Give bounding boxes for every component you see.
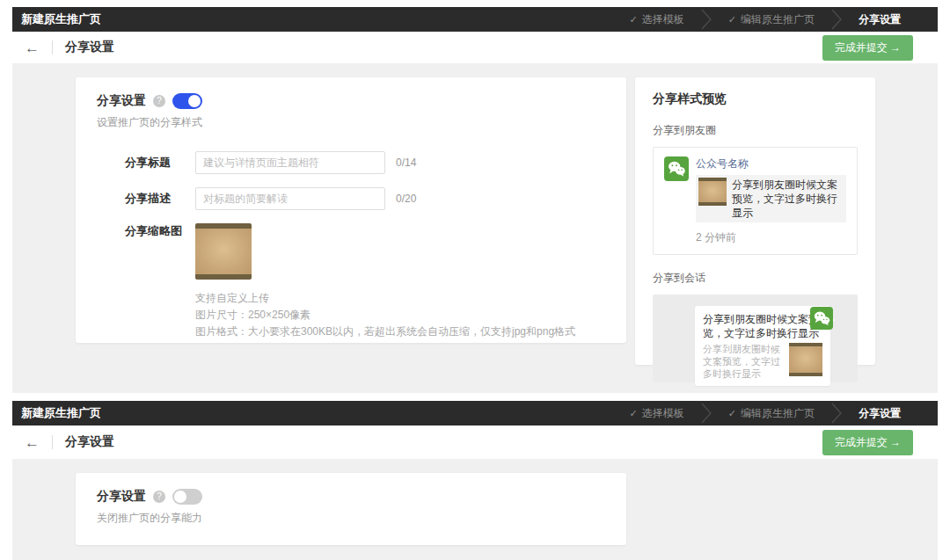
check-icon: ✓ <box>630 14 638 25</box>
upload-hint: 图片尺寸：250×250像素 <box>195 307 575 324</box>
chat-bubble-desc: 分享到朋友圈时候文案预览，文字过多时换行显示 <box>703 343 786 380</box>
wechat-avatar-icon <box>810 307 833 330</box>
share-title-counter: 0/14 <box>396 156 416 169</box>
share-settings-card-off: 分享设置 ? 关闭推广页的分享能力 <box>76 473 626 545</box>
section-gap <box>0 393 950 401</box>
share-desc-input[interactable] <box>195 187 385 210</box>
preview-title: 分享样式预览 <box>653 91 858 107</box>
card-title: 分享设置 <box>97 93 146 109</box>
content-area: 分享设置 ? 设置推广页的分享样式 分享标题 0/14 分享描述 0/20 分享… <box>12 63 938 393</box>
divider <box>52 435 53 449</box>
share-toggle-off[interactable] <box>172 489 202 505</box>
check-icon: ✓ <box>728 408 736 419</box>
help-icon[interactable]: ? <box>153 95 165 107</box>
wizard-title: 新建原生推广页 <box>21 11 101 27</box>
step-edit-page[interactable]: ✓编辑原生推广页 <box>712 406 830 421</box>
card-subtitle: 设置推广页的分享样式 <box>97 115 605 130</box>
wizard-header: 新建原生推广页 ✓选择模板 ✓编辑原生推广页 分享设置 <box>12 401 938 425</box>
chat-label: 分享到会话 <box>653 271 858 286</box>
wizard-title: 新建原生推广页 <box>21 405 101 421</box>
preview-thumbnail <box>789 343 822 376</box>
upload-hint: 支持自定义上传 <box>195 290 575 307</box>
toggle-knob <box>188 95 201 107</box>
step-share-settings: 分享设置 <box>843 406 917 421</box>
share-title-label: 分享标题 <box>125 155 195 171</box>
page-title: 分享设置 <box>65 40 114 55</box>
card-title: 分享设置 <box>97 489 146 505</box>
moments-preview-text: 分享到朋友圈时候文案预览，文字过多时换行显示 <box>732 178 844 220</box>
card-subtitle: 关闭推广页的分享能力 <box>97 511 605 526</box>
moments-share-box: 分享到朋友圈时候文案预览，文字过多时换行显示 <box>696 175 846 222</box>
check-icon: ✓ <box>728 14 736 25</box>
step-share-settings: 分享设置 <box>843 12 917 27</box>
moments-timestamp: 2 分钟前 <box>696 230 846 245</box>
upload-hint: 图片格式：大小要求在300KB以内，若超出系统会自动压缩，仅支持jpg和png格… <box>195 324 575 340</box>
share-toggle-on[interactable] <box>172 93 202 109</box>
moments-preview-card: 公众号名称 分享到朋友圈时候文案预览，文字过多时换行显示 2 分钟前 <box>653 147 858 255</box>
check-icon: ✓ <box>630 408 638 419</box>
breadcrumb: ✓选择模板 ✓编辑原生推广页 分享设置 <box>614 401 917 425</box>
step-choose-template[interactable]: ✓选择模板 <box>614 406 700 421</box>
share-desc-counter: 0/20 <box>396 193 416 205</box>
submit-button[interactable]: 完成并提交 → <box>822 430 913 455</box>
preview-thumbnail <box>698 178 727 206</box>
upload-hints: 支持自定义上传 图片尺寸：250×250像素 图片格式：大小要求在300KB以内… <box>195 290 575 340</box>
share-preview-panel: 分享样式预览 分享到朋友圈 公众号名称 分享到朋友圈时候文案预览，文字过多时换行… <box>635 77 875 365</box>
wizard-section-share-off: 新建原生推广页 ✓选择模板 ✓编辑原生推广页 分享设置 ← 分享设置 完成并提交… <box>12 401 938 560</box>
back-arrow-icon[interactable]: ← <box>25 435 40 450</box>
moments-label: 分享到朋友圈 <box>653 123 858 138</box>
chevron-right-icon <box>700 7 712 32</box>
page-toolbar: ← 分享设置 完成并提交 → <box>12 425 938 459</box>
chat-preview-box: 分享到朋友圈时候文案预览，文字过多时换行显示 分享到朋友圈时候文案预览，文字过多… <box>653 295 858 382</box>
wizard-header: 新建原生推广页 ✓选择模板 ✓编辑原生推广页 分享设置 <box>12 7 938 32</box>
step-edit-page[interactable]: ✓编辑原生推广页 <box>712 12 830 27</box>
wechat-icon <box>664 156 689 181</box>
back-arrow-icon[interactable]: ← <box>25 40 40 55</box>
toggle-knob <box>174 491 186 503</box>
share-desc-label: 分享描述 <box>125 191 195 207</box>
wizard-section-share-on: 新建原生推广页 ✓选择模板 ✓编辑原生推广页 分享设置 ← 分享设置 完成并提交… <box>12 7 938 393</box>
chat-bubble-title: 分享到朋友圈时候文案预览，文字过多时换行显示 <box>703 312 822 340</box>
share-title-input[interactable] <box>195 151 385 174</box>
page-toolbar: ← 分享设置 完成并提交 → <box>12 32 938 63</box>
chevron-right-icon <box>830 7 843 32</box>
chevron-right-icon <box>830 401 843 425</box>
chevron-right-icon <box>700 401 712 425</box>
page-title: 分享设置 <box>65 434 114 450</box>
share-thumb-label: 分享缩略图 <box>125 223 195 239</box>
help-icon[interactable]: ? <box>153 491 165 503</box>
share-form: 分享标题 0/14 分享描述 0/20 分享缩略图 支持自定义上传 图片尺 <box>125 151 605 340</box>
submit-button[interactable]: 完成并提交 → <box>822 35 913 61</box>
content-area: 分享设置 ? 关闭推广页的分享能力 <box>12 459 938 560</box>
step-choose-template[interactable]: ✓选择模板 <box>614 12 700 27</box>
breadcrumb: ✓选择模板 ✓编辑原生推广页 分享设置 <box>614 7 917 32</box>
share-thumbnail-upload[interactable] <box>195 223 252 280</box>
official-account-name: 公众号名称 <box>696 156 846 171</box>
divider <box>52 40 53 55</box>
share-settings-card: 分享设置 ? 设置推广页的分享样式 分享标题 0/14 分享描述 0/20 分享… <box>76 77 626 343</box>
